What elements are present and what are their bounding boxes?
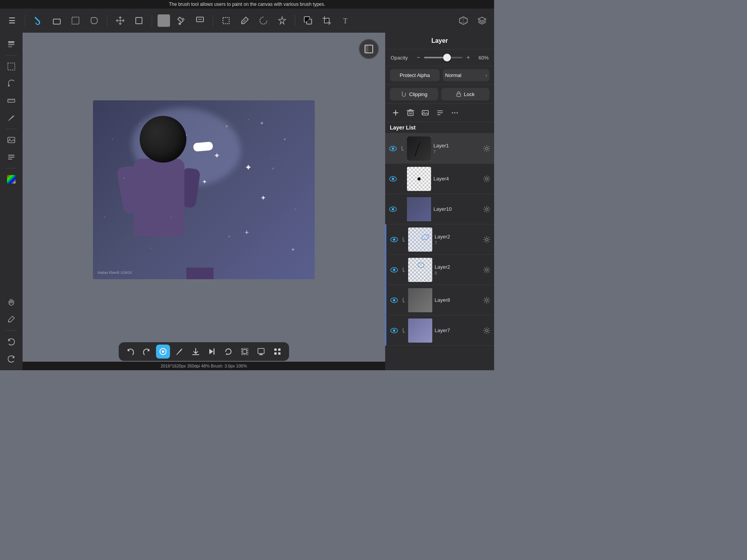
layer4-settings-button[interactable] [481, 175, 493, 182]
opacity-slider-track[interactable] [424, 57, 462, 58]
menu-icon[interactable]: ☰ [5, 13, 19, 28]
svg-point-59 [457, 112, 458, 114]
layer-item-layer1[interactable]: Layer1 7 [385, 133, 494, 164]
add-layer-icon [392, 109, 400, 117]
layer-list-label: Layer List [385, 122, 494, 133]
brush-tool-button[interactable] [31, 13, 46, 28]
svg-line-0 [35, 18, 39, 21]
layer1-visibility-button[interactable] [387, 146, 399, 151]
layer8-visibility-button[interactable] [388, 298, 400, 303]
clipping-button[interactable]: Clipping [390, 88, 438, 100]
add-layer-button[interactable] [390, 107, 402, 119]
layer-photo-button[interactable] [419, 107, 431, 119]
freesel-button[interactable] [256, 13, 271, 28]
magic-wand-button[interactable] [275, 13, 289, 28]
copy-button[interactable] [301, 13, 316, 28]
layer7-settings-button[interactable] [481, 327, 493, 334]
canvas-area[interactable]: ✦ ✦ ✦ ✦ ✦ + × + + + × × Mati [23, 33, 385, 347]
bottom-redo-button[interactable] [140, 345, 154, 359]
layer-item-layer28[interactable]: Layer2 8 [385, 255, 494, 285]
opacity-slider-container[interactable]: − + [415, 53, 472, 62]
bottom-grid-button[interactable] [270, 345, 284, 359]
fill-tool-button[interactable] [174, 13, 189, 28]
layer27-visibility-button[interactable] [388, 237, 400, 242]
text-button[interactable]: T [338, 13, 353, 28]
layer28-visibility-button[interactable] [388, 267, 400, 273]
svg-rect-92 [258, 348, 264, 354]
layer-more-button[interactable] [449, 107, 461, 119]
sparkle-6: + [260, 120, 263, 126]
layer4-visibility-button[interactable] [387, 176, 399, 182]
eyedropper-icon [240, 16, 249, 25]
sidebar-layers-button[interactable] [4, 37, 19, 52]
bottom-download-button[interactable] [189, 345, 203, 359]
sidebar-canvas-button[interactable] [4, 132, 19, 148]
layer28-settings-button[interactable] [481, 266, 493, 273]
sidebar-redo-button[interactable] [4, 351, 19, 366]
layer27-settings-button[interactable] [481, 236, 493, 243]
bottom-loop-button[interactable] [221, 345, 235, 359]
protect-alpha-button[interactable]: Protect Alpha [390, 69, 440, 81]
sidebar-eyedropper-button[interactable] [4, 312, 19, 327]
smudge-tool-button[interactable] [193, 13, 207, 28]
layer-list-button[interactable] [434, 107, 446, 119]
layer-item-layer4[interactable]: Layer4 [385, 164, 494, 194]
bottom-stamp-button[interactable] [238, 345, 252, 359]
layer10-settings-button[interactable] [481, 206, 493, 213]
crop-button[interactable] [319, 13, 334, 28]
artwork-canvas[interactable]: ✦ ✦ ✦ ✦ ✦ + × + + + × × Mati [93, 100, 315, 279]
sidebar-color-button[interactable] [4, 172, 19, 187]
eraser-tool-button[interactable] [49, 13, 64, 28]
sidebar-ruler-button[interactable] [4, 93, 19, 108]
opacity-increase-button[interactable]: + [465, 53, 472, 62]
preview-icon [364, 44, 374, 54]
move-tool-button[interactable] [113, 13, 128, 28]
bottom-skip-button[interactable] [205, 345, 219, 359]
layer-item-layer10[interactable]: Layer10 [385, 194, 494, 224]
layer10-name: Layer10 [433, 206, 481, 212]
rect-sel-button[interactable] [219, 13, 233, 28]
sidebar-transform-button[interactable] [4, 76, 19, 91]
color-button[interactable] [158, 14, 170, 27]
layer27-clip-indicator [400, 237, 406, 242]
sidebar-selection-button[interactable] [4, 59, 19, 74]
lock-button[interactable]: Lock [441, 88, 489, 100]
delete-layer-button[interactable] [405, 107, 416, 119]
eyedropper-button[interactable] [237, 13, 252, 28]
selection-tool-button[interactable] [68, 13, 83, 28]
sidebar-pen-button[interactable] [4, 110, 19, 126]
sidebar-hand-button[interactable] [4, 294, 19, 310]
download-bottom-icon [191, 347, 200, 356]
blend-mode-chevron-icon: › [486, 73, 487, 78]
layer10-visibility-button[interactable] [387, 206, 399, 212]
char-body [134, 159, 184, 236]
layer7-visibility-button[interactable] [388, 328, 400, 333]
layer-item-layer27[interactable]: Layer2 7 [385, 224, 494, 255]
bottom-brush-button[interactable] [156, 345, 170, 359]
bottom-undo-button[interactable] [123, 345, 137, 359]
opacity-slider-thumb[interactable] [443, 54, 451, 61]
bottom-toolbar-area [23, 341, 385, 362]
bottom-pen-button[interactable] [172, 345, 186, 359]
bottom-share-button[interactable] [254, 345, 268, 359]
3d-model-button[interactable] [456, 13, 471, 28]
settings-gear-icon [483, 175, 490, 182]
canvas-preview-button[interactable] [359, 39, 379, 59]
layer-item-layer7[interactable]: Layer7 [385, 315, 494, 346]
sidebar-undo-button[interactable] [4, 334, 19, 349]
resize-tool-button[interactable] [132, 13, 146, 28]
brush-icon [33, 16, 43, 25]
sidebar-list-button[interactable] [4, 149, 19, 165]
hamburger-icon: ☰ [9, 16, 16, 25]
transform-icon[interactable] [87, 13, 102, 28]
layer1-settings-button[interactable] [481, 145, 493, 152]
layer-item-layer8[interactable]: Layer8 [385, 285, 494, 315]
layers-button[interactable] [475, 13, 489, 28]
svg-point-42 [104, 217, 105, 217]
layers-icon [477, 15, 487, 26]
layer8-settings-button[interactable] [481, 297, 493, 304]
right-panel: Layer Opacity − + 60% Protect Alpha Norm… [385, 33, 494, 370]
blend-mode-button[interactable]: Normal › [443, 69, 489, 81]
svg-marker-10 [279, 17, 286, 24]
opacity-decrease-button[interactable]: − [415, 53, 422, 62]
